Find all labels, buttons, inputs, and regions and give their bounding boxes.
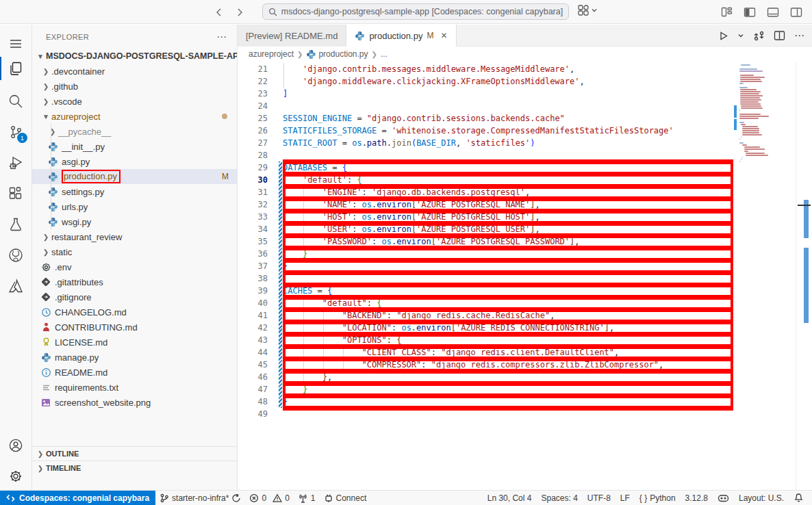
toggle-secondary-sidebar-icon[interactable] (790, 7, 802, 18)
breadcrumb-file[interactable]: production.py (318, 49, 368, 59)
line-number: 43 (238, 334, 268, 346)
breadcrumb-folder[interactable]: azureproject (249, 49, 294, 59)
activity-settings[interactable] (0, 463, 31, 490)
line-number: 47 (238, 383, 268, 396)
line-number: 32 (238, 198, 268, 211)
tree-item-readme-md[interactable]: README.md (32, 365, 237, 380)
code-editor[interactable]: 2122232425262728293031323334353637383940… (238, 62, 812, 490)
search-icon (8, 93, 24, 109)
code-line-37: } (283, 260, 734, 272)
toggle-primary-sidebar-icon[interactable] (744, 7, 756, 18)
tree-item-static[interactable]: ❯static (32, 244, 237, 259)
git-icon (40, 276, 51, 287)
tree-item-wsgi-py[interactable]: wsgi.py (32, 214, 237, 229)
activity-testing[interactable] (0, 211, 31, 238)
modified-badge: M (222, 172, 229, 181)
overview-ruler[interactable] (796, 62, 812, 490)
activity-source-control[interactable]: 1 (0, 118, 31, 146)
tree-item-restaurant-review[interactable]: ❯restaurant_review (32, 229, 237, 244)
command-center-search[interactable]: msdocs-django-postgresql-sample-app [Cod… (262, 3, 569, 20)
line-number: 33 (238, 211, 268, 223)
activity-github[interactable] (0, 242, 31, 269)
tree-item-contributing-md[interactable]: CONTRIBUTING.md (32, 320, 237, 335)
tree-item-asgi-py[interactable]: asgi.py (32, 154, 237, 169)
line-number: 29 (238, 161, 268, 174)
info-icon (40, 367, 51, 378)
error-icon (249, 493, 259, 503)
indentation-indicator[interactable]: Spaces: 4 (541, 493, 577, 503)
problems-indicator[interactable]: 0 0 (245, 491, 293, 505)
remote-icon (6, 494, 15, 502)
tree-item-screenshot-website-png[interactable]: screenshot_website.png (32, 395, 237, 410)
run-dropdown-chevron-icon[interactable] (737, 32, 744, 39)
line-number: 38 (238, 272, 268, 285)
open-changes-icon[interactable] (753, 30, 765, 42)
tab-production-py[interactable]: production.py M ✕ (346, 25, 456, 47)
back-icon[interactable] (214, 7, 225, 18)
code-line-49 (283, 408, 734, 420)
activity-extensions[interactable] (0, 180, 31, 207)
toggle-panel-icon[interactable] (767, 7, 779, 18)
radio-tower-icon (298, 493, 308, 503)
tree-item--github[interactable]: ❯.github (32, 79, 237, 94)
cert-yellow-icon (40, 337, 51, 348)
activity-run-debug[interactable] (0, 149, 31, 177)
cursor-position[interactable]: Ln 30, Col 4 (487, 493, 532, 503)
tree-item-manage-py[interactable]: manage.py (32, 350, 237, 365)
tree-item-urls-py[interactable]: urls.py (32, 199, 237, 214)
activity-menu[interactable] (0, 30, 31, 57)
tree-item--gitignore[interactable]: .gitignore (32, 289, 237, 305)
tree-item--gitattributes[interactable]: .gitattributes (32, 274, 237, 289)
tree-item--vscode[interactable]: ❯.vscode (32, 94, 237, 109)
tree-item-changelog-md[interactable]: CHANGELOG.md (32, 305, 237, 320)
remote-window-menu[interactable] (577, 4, 598, 16)
run-python-icon[interactable] (718, 31, 728, 41)
tree-root-folder[interactable]: ▼MSDOCS-DJANGO-POSTGRESQL-SAMPLE-APP... (32, 49, 237, 64)
remote-indicator[interactable]: Codespaces: congenial capybara (0, 491, 155, 505)
line-number: 34 (238, 223, 268, 235)
ports-indicator[interactable]: 1 (294, 491, 320, 505)
extensions-icon (8, 185, 24, 202)
sidebar-section-outline[interactable]: ❯OUTLINE (32, 446, 237, 461)
editor-more-actions-icon[interactable]: ⋯ (794, 29, 805, 42)
tree-item--devcontainer[interactable]: ❯.devcontainer (32, 64, 237, 79)
customize-layout-icon[interactable] (721, 6, 733, 18)
python-interpreter[interactable]: 3.12.8 (685, 493, 708, 503)
copilot-icon[interactable] (718, 493, 729, 503)
gear-file-icon (40, 261, 51, 272)
code-line-30: 'default': { (283, 174, 734, 186)
keyboard-layout[interactable]: Layout: U.S. (739, 493, 784, 503)
tree-item--env[interactable]: .env (32, 259, 237, 274)
breadcrumb-symbol[interactable]: ... (381, 49, 388, 59)
split-editor-icon[interactable] (774, 30, 785, 41)
minimap[interactable] (734, 62, 796, 490)
activity-accounts[interactable] (0, 432, 31, 459)
encoding-indicator[interactable]: UTF-8 (587, 493, 611, 503)
tree-item-settings-py[interactable]: settings.py (32, 184, 237, 199)
activity-azure[interactable] (0, 272, 31, 300)
tree-item-requirements-txt[interactable]: requirements.txt (32, 380, 237, 395)
tree-item-license-md[interactable]: LICENSE.md (32, 335, 237, 350)
activity-search[interactable] (0, 88, 31, 115)
code-line-31: 'ENGINE': 'django.db.backends.postgresql… (283, 186, 734, 198)
tree-item-azureproject[interactable]: ▼azureproject (32, 109, 237, 124)
clock-icon (40, 307, 51, 318)
scm-badge: 1 (17, 133, 27, 143)
forward-icon[interactable] (234, 7, 245, 18)
tree-item--init-py[interactable]: __init__.py (32, 139, 237, 154)
explorer-more-actions-icon[interactable]: ⋯ (216, 31, 227, 43)
close-tab-icon[interactable]: ✕ (440, 31, 447, 40)
tab-preview-readme[interactable]: [Preview] README.md (238, 25, 346, 47)
language-mode[interactable]: { } Python (639, 493, 676, 503)
tree-item--pycache-[interactable]: ❯__pycache__ (32, 124, 237, 139)
notifications-bell-icon[interactable] (794, 493, 804, 503)
branch-indicator[interactable]: starter-no-infra* (155, 491, 245, 505)
eol-indicator[interactable]: LF (620, 493, 630, 503)
connect-button[interactable]: Connect (320, 491, 371, 505)
tree-item-production-py[interactable]: production.pyM (32, 169, 237, 184)
code-line-22: 'django.middleware.clickjacking.XFrameOp… (283, 75, 734, 88)
activity-explorer[interactable] (0, 55, 31, 82)
python-icon (40, 352, 51, 363)
sidebar-section-timeline[interactable]: ❯TIMELINE (32, 461, 237, 475)
line-number: 49 (238, 408, 268, 420)
